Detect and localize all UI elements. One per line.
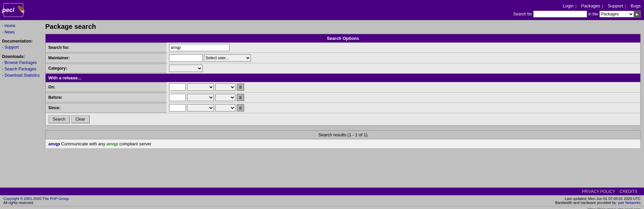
logo-text: pecl (2, 7, 14, 14)
login-link[interactable]: Login (563, 3, 574, 8)
maintainer-row: Maintainer: Select user... (46, 53, 640, 63)
header: pecl 🪶 Login | Packages | Support | Bugs… (0, 0, 644, 20)
result-description-plain2: compliant server (118, 141, 151, 146)
sidebar-item-download-statistics[interactable]: Download Statistics (2, 72, 40, 79)
form-buttons-row: Search Clear (46, 113, 640, 125)
before-month-select[interactable] (187, 94, 214, 101)
on-year-select[interactable] (215, 83, 235, 91)
before-label: Before: (46, 93, 166, 101)
maintainer-control: Select user... (166, 53, 640, 63)
feather-icon: 🪶 (16, 6, 25, 14)
since-calendar-button[interactable]: 🗓 (237, 104, 244, 112)
in-the-label: in the (588, 12, 598, 16)
layout: Home News Documentation: Support Downloa… (0, 20, 644, 188)
copyright-right: Last updated: Mon Jun 01 07:05:01 2020 U… (555, 197, 641, 205)
footer-right: PRIVACY POLICY CREDITS (582, 189, 641, 194)
before-calendar-button[interactable]: 🗓 (237, 94, 244, 101)
bandwidth-text: Bandwidth and hardware provided by: (555, 201, 617, 205)
category-row: Category: (46, 63, 640, 74)
category-control (166, 63, 640, 73)
since-control: 🗓 (166, 103, 640, 113)
since-row: Since: 🗓 (46, 103, 640, 113)
result-package-link[interactable]: amqp (48, 141, 60, 146)
header-nav: Login | Packages | Support | Bugs (560, 3, 641, 8)
sidebar-item-browse-packages[interactable]: Browse Packages (2, 60, 40, 66)
main-content: Package search Search Options Search for… (42, 20, 644, 188)
result-row: amqp Communicate with any amqp compliant… (45, 139, 641, 149)
rights-text: All rights reserved. (3, 201, 34, 205)
sidebar-item-search-packages[interactable]: Search Packages (2, 66, 40, 72)
search-for-row: Search for: (46, 43, 640, 53)
sidebar-item-support[interactable]: Support (2, 44, 40, 51)
since-year-select[interactable] (215, 104, 235, 112)
last-updated-text: Last updated: Mon Jun 01 07:05:01 2020 U… (565, 197, 641, 201)
before-control: 🗓 (166, 92, 640, 102)
before-date-input[interactable] (169, 94, 186, 101)
header-search-go-button[interactable]: ▶ (634, 11, 641, 17)
category-label: Category: (46, 64, 166, 72)
select-user-dropdown[interactable]: Select user... (204, 54, 251, 62)
status-bar: https://blog.status.php.zend.com (0, 206, 644, 209)
on-label: On: (46, 83, 166, 91)
sidebar: Home News Documentation: Support Downloa… (0, 20, 42, 188)
search-options-header: Search Options (46, 34, 640, 43)
support-link[interactable]: Support (608, 3, 623, 8)
status-url: https://blog.status.php.zend.com (588, 207, 641, 209)
before-row: Before: 🗓 (46, 92, 640, 103)
header-search-input[interactable] (533, 11, 587, 17)
credits-link[interactable]: CREDITS (620, 189, 637, 194)
copyright-area: Copyright © 2001-2020 The PHP Group All … (0, 195, 644, 206)
logo[interactable]: pecl 🪶 (3, 3, 23, 17)
search-for-label: Search for: (46, 44, 166, 52)
on-date-input[interactable] (169, 83, 186, 91)
logo-area: pecl 🪶 (3, 3, 23, 17)
bugs-link[interactable]: Bugs (631, 3, 641, 8)
search-options-panel: Search Options Search for: Maintainer: S… (45, 34, 641, 126)
on-control: 🗓 (166, 82, 640, 92)
search-results-panel: Search results (1 - 1 of 1) amqp Communi… (45, 130, 641, 149)
maintainer-label: Maintainer: (46, 54, 166, 62)
on-calendar-button[interactable]: 🗓 (237, 83, 244, 91)
result-highlight: amqp (106, 141, 118, 146)
packages-link[interactable]: Packages (581, 3, 600, 8)
maintainer-input[interactable] (169, 54, 203, 62)
before-year-select[interactable] (215, 94, 235, 101)
documentation-section-title: Documentation: (2, 39, 40, 44)
page-title: Package search (45, 23, 641, 30)
clear-button[interactable]: Clear (71, 115, 90, 123)
release-section-header: With a release... (46, 74, 640, 82)
on-row: On: 🗓 (46, 82, 640, 92)
php-group-link[interactable]: Copyright © 2001-2020 The PHP Group (3, 197, 69, 201)
privacy-policy-link[interactable]: PRIVACY POLICY (582, 189, 615, 194)
search-button[interactable]: Search (48, 115, 70, 123)
footer: PRIVACY POLICY CREDITS (0, 188, 644, 195)
header-search-category[interactable]: Packages Documentation (599, 11, 634, 17)
search-for-input[interactable] (169, 44, 229, 51)
search-for-label: Search for (513, 12, 532, 16)
sidebar-item-news[interactable]: News (2, 29, 40, 36)
downloads-section-title: Downloads: (2, 54, 40, 59)
on-month-select[interactable] (187, 83, 214, 91)
pair-networks-link[interactable]: pair Networks (618, 201, 641, 205)
results-header: Search results (1 - 1 of 1) (45, 130, 641, 139)
category-dropdown[interactable] (169, 65, 203, 72)
since-month-select[interactable] (187, 104, 214, 112)
since-label: Since: (46, 104, 166, 112)
copyright-left: Copyright © 2001-2020 The PHP Group All … (3, 197, 69, 205)
header-search-bar: Search for in the Packages Documentation… (513, 11, 641, 17)
since-date-input[interactable] (169, 104, 186, 112)
sidebar-item-home[interactable]: Home (2, 23, 40, 29)
search-for-control (166, 43, 640, 53)
result-description-plain1: Communicate with any (61, 141, 106, 146)
